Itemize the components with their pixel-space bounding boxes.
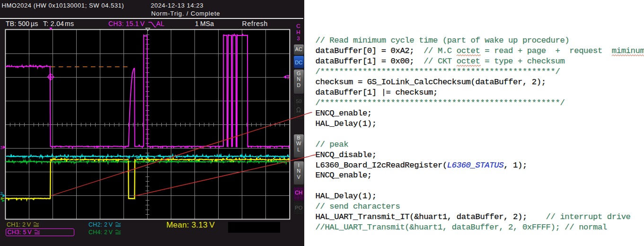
svg-text:3: 3 xyxy=(0,145,3,150)
svg-text:2: 2 xyxy=(0,191,3,196)
svg-text:T: T xyxy=(286,74,290,80)
